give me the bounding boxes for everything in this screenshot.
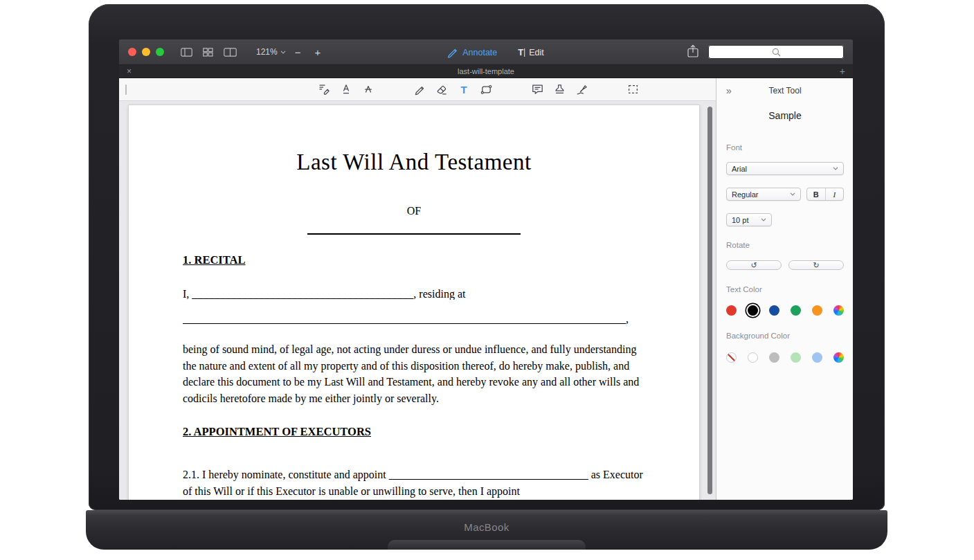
text-color-label: Text Color [726,285,844,293]
selection-marquee-icon[interactable] [626,82,640,96]
text-color-orange-swatch[interactable] [812,305,822,316]
bold-button[interactable]: B [807,188,825,200]
text-color-black-swatch[interactable] [748,305,758,316]
annotate-label: Annotate [462,48,497,57]
underline-text-icon[interactable] [339,82,353,96]
search-input[interactable] [708,45,844,59]
note-tool-icon[interactable] [530,82,544,96]
macbook-lid-notch [388,540,586,550]
zoom-in-button[interactable]: + [309,47,325,57]
italic-button[interactable]: I [825,188,844,200]
font-size-value: 10 pt [732,216,748,224]
chevron-down-icon [761,218,766,222]
pen-tool-icon[interactable] [413,82,426,96]
fullscreen-window-button[interactable] [156,48,164,56]
bg-color-gray-swatch[interactable] [769,352,779,363]
vertical-scrollbar[interactable] [707,107,712,494]
bg-color-blue-swatch[interactable] [812,352,822,363]
sidebar-drag-handle[interactable] [125,84,127,95]
font-style-row: Regular B I [726,188,844,201]
document-of-label: OF [183,205,645,217]
recital-line-1: I, _____________________________________… [183,288,645,300]
blank-name-line [307,233,521,235]
signature-tool-icon[interactable] [575,82,588,96]
edit-label: Edit [529,48,544,57]
bg-color-custom-swatch[interactable] [833,352,844,363]
text-color-custom-swatch[interactable] [833,305,844,316]
recital-line-2: ________________________________________… [183,313,645,325]
text-color-green-swatch[interactable] [791,305,801,316]
zoom-level-dropdown[interactable]: 121% [256,47,286,57]
highlight-text-icon[interactable] [317,82,331,96]
annotation-toolbar: T [119,78,716,101]
recital-heading: 1. RECITAL [183,254,645,267]
font-style-value: Regular [732,190,759,199]
text-tool-icon[interactable]: T [457,82,471,96]
main-area: T [119,78,853,500]
document-tabbar: last-will-template × + [119,65,853,78]
zoom-out-button[interactable]: − [290,47,306,57]
text-color-red-swatch[interactable] [726,305,737,316]
new-tab-button[interactable]: + [840,66,845,76]
close-tab-button[interactable]: × [127,67,132,75]
sidebar-toggle-icon[interactable] [181,48,192,57]
toolbar-icons: T [317,78,648,100]
annotate-pen-icon [447,47,458,58]
chevron-down-icon [790,192,795,196]
shape-tool-icon[interactable] [479,82,493,96]
mode-switcher: Annotate T Edit [447,39,544,65]
strikethrough-text-icon[interactable] [361,82,375,96]
bold-italic-group: B I [806,188,844,201]
rotate-controls: ↺ ↻ [726,260,844,270]
macbook-mockup: 121% − + Annotate [0,0,974,560]
macbook-base: MacBook [86,510,887,550]
chevron-down-icon [280,51,286,54]
thumbnails-view-icon[interactable] [203,48,213,57]
titlebar: 121% − + Annotate [119,39,853,65]
titlebar-right [687,44,844,60]
text-color-swatches [726,305,844,316]
stamp-tool-icon[interactable] [552,82,566,96]
font-family-select[interactable]: Arial [726,162,844,175]
eraser-tool-icon[interactable] [435,82,449,96]
document-page[interactable]: Last Will And Testament OF 1. RECITAL I,… [129,105,699,500]
rotate-ccw-button[interactable]: ↺ [726,260,782,270]
font-label: Font [726,143,844,152]
bg-color-white-swatch[interactable] [748,352,758,363]
macbook-wordmark: MacBook [86,521,887,533]
document-tab-title: last-will-template [119,67,853,75]
document-title: Last Will And Testament [183,148,645,176]
panel-header: Text Tool » [726,84,844,98]
zoom-level-value: 121% [256,47,278,57]
executors-paragraph: 2.1. I hereby nominate, constitute and a… [183,467,645,500]
text-tool-panel: Text Tool » Sample Font Arial Regular [716,78,853,500]
edit-text-icon: T [518,47,525,57]
tab-annotate[interactable]: Annotate [447,47,497,58]
tab-edit[interactable]: T Edit [518,47,544,57]
traffic-lights [128,48,164,56]
background-color-swatches [726,352,844,363]
font-style-select[interactable]: Regular [726,188,801,201]
app-window: 121% − + Annotate [119,39,853,500]
minimize-window-button[interactable] [142,48,150,56]
split-view-icon[interactable] [224,48,237,57]
rotate-label: Rotate [726,241,844,249]
bg-color-green-swatch[interactable] [791,352,801,363]
share-icon[interactable] [687,44,698,60]
macbook-bezel: 121% − + Annotate [89,4,885,510]
panel-title: Text Tool [726,86,844,96]
close-window-button[interactable] [128,48,136,56]
view-controls [181,48,237,57]
recital-paragraph: being of sound mind, of legal age, not a… [183,341,645,406]
collapse-panel-button[interactable]: » [726,86,732,96]
bg-color-none-swatch[interactable] [726,352,737,363]
font-size-select[interactable]: 10 pt [726,213,772,226]
executors-heading: 2. APPOINTMENT OF EXECUTORS [183,426,645,438]
chevron-down-icon [833,167,838,170]
background-color-label: Background Color [726,332,844,340]
zoom-controls: 121% − + [256,47,325,57]
font-family-value: Arial [732,165,747,173]
rotate-cw-button[interactable]: ↻ [788,260,844,270]
text-color-blue-swatch[interactable] [769,305,779,316]
document-area: Last Will And Testament OF 1. RECITAL I,… [119,101,716,500]
